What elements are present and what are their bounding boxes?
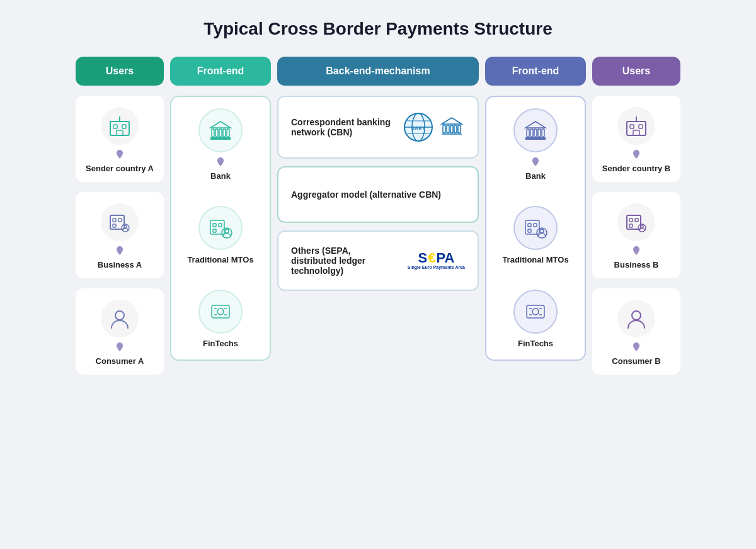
consumer-b-label: Consumer B <box>612 356 660 366</box>
bank-right-label: Bank <box>525 171 546 181</box>
svg-rect-39 <box>443 125 445 133</box>
svg-rect-7 <box>113 218 116 222</box>
svg-rect-75 <box>629 224 633 227</box>
col-backend: Back-end-mechanism Correspondent banking… <box>277 57 479 298</box>
svg-rect-74 <box>635 218 638 222</box>
svg-marker-45 <box>442 118 462 124</box>
col-frontend-left: Front-end <box>170 57 271 361</box>
consumer-a-icon-wrap <box>101 300 139 337</box>
sepa-logo: S € PA Single Euro Payments Area <box>408 251 465 270</box>
sender-country-b: Sender country B <box>592 96 680 182</box>
bank-icon-right <box>522 116 549 144</box>
svg-point-61 <box>532 308 539 315</box>
mto-icon-circle-left <box>198 206 243 250</box>
svg-rect-43 <box>458 125 461 133</box>
svg-rect-46 <box>527 129 529 137</box>
svg-rect-8 <box>118 218 122 222</box>
frontend-bank-right: Bank <box>495 108 576 181</box>
svg-point-12 <box>115 311 124 320</box>
page-title: Typical Cross Border Payments Structure <box>13 19 743 39</box>
users-left-header: Users <box>76 57 164 86</box>
fintech-icon-circle-left <box>198 290 243 334</box>
svg-rect-24 <box>213 229 216 232</box>
frontend-left-header: Front-end <box>170 57 271 86</box>
pin-business-a <box>116 246 123 255</box>
pin-consumer-a <box>116 342 123 351</box>
users-right-header: Users <box>592 57 680 86</box>
fintech-left-label: FinTechs <box>203 339 238 348</box>
mto-icon-circle-right <box>513 206 558 250</box>
col-users-left: Users Sender country A <box>76 57 164 385</box>
pin-consumer-b <box>633 342 640 351</box>
svg-point-28 <box>217 308 224 315</box>
svg-rect-2 <box>122 125 126 128</box>
svg-point-26 <box>225 229 229 233</box>
svg-rect-27 <box>212 305 229 318</box>
frontend-right-header: Front-end <box>485 57 586 86</box>
sender-country-a-label: Sender country A <box>86 164 154 173</box>
frontend-fintech-left: FinTechs <box>180 290 261 348</box>
person-b-icon <box>624 307 648 331</box>
backend-aggregator: Aggregator model (alternative CBN) <box>277 166 479 223</box>
consumer-b-icon-wrap <box>617 300 655 337</box>
svg-rect-47 <box>530 129 533 137</box>
svg-rect-23 <box>219 224 222 227</box>
business-a-label: Business A <box>98 260 142 269</box>
business-a: Business A <box>76 192 164 278</box>
sepa-label: Others (SEPA, distributed ledger technol… <box>291 246 399 276</box>
business-b-icon <box>624 210 648 234</box>
svg-rect-60 <box>527 305 544 318</box>
svg-rect-40 <box>447 125 449 133</box>
mto-icon-right <box>522 214 549 242</box>
col-frontend-right: Front-end <box>485 57 586 361</box>
svg-rect-73 <box>629 218 633 222</box>
business-a-icon-wrap <box>101 203 139 241</box>
svg-text:SWIFT: SWIFT <box>411 126 425 130</box>
person-icon <box>108 307 132 331</box>
pin-sender-b <box>633 150 640 159</box>
frontend-bank-left: Bank <box>180 108 261 181</box>
mto-icon-left <box>207 214 234 242</box>
bank-icon-circle-left <box>198 108 243 152</box>
svg-rect-1 <box>113 125 117 128</box>
cbn-label: Correspondent banking network (CBN) <box>291 117 393 137</box>
consumer-b: Consumer B <box>592 288 680 375</box>
fintech-icon-circle-right <box>513 290 558 334</box>
pin-sender-a <box>116 150 123 159</box>
svg-rect-13 <box>212 129 214 137</box>
svg-point-78 <box>632 311 641 320</box>
backend-sepa: Others (SEPA, distributed ledger technol… <box>277 230 479 291</box>
svg-rect-69 <box>633 130 639 135</box>
sender-country-b-label: Sender country B <box>602 164 670 173</box>
consumer-a: Consumer A <box>76 288 164 375</box>
frontend-right-container: Bank Tradi <box>485 96 586 361</box>
page: Typical Cross Border Payments Structure … <box>0 0 756 549</box>
backend-header: Back-end-mechanism <box>277 57 479 86</box>
main-layout: Users Sender country A <box>13 57 743 385</box>
fintech-right-label: FinTechs <box>518 339 553 348</box>
svg-rect-68 <box>639 125 643 128</box>
cbn-icons: SWIFT <box>402 111 465 144</box>
aggregator-label: Aggregator model (alternative CBN) <box>291 190 465 200</box>
mto-left-label: Traditional MTOs <box>187 255 253 264</box>
svg-rect-15 <box>219 129 222 137</box>
fintech-icon-right <box>522 298 549 325</box>
mto-right-label: Traditional MTOs <box>502 255 568 264</box>
backend-cbn: Correspondent banking network (CBN) SWIF… <box>277 96 479 159</box>
frontend-left-container: Bank Tradi <box>170 96 271 361</box>
svg-point-59 <box>540 229 544 233</box>
svg-rect-22 <box>213 224 216 227</box>
svg-rect-57 <box>528 229 531 232</box>
business-b: Business B <box>592 192 680 278</box>
svg-rect-49 <box>538 129 541 137</box>
business-icon <box>108 210 132 234</box>
svg-marker-53 <box>525 122 546 128</box>
svg-rect-48 <box>534 129 537 137</box>
svg-rect-55 <box>528 224 531 227</box>
business-b-label: Business B <box>614 260 659 269</box>
frontend-mto-right: Traditional MTOs <box>495 206 576 264</box>
svg-marker-20 <box>210 122 231 128</box>
svg-rect-56 <box>534 224 537 227</box>
svg-rect-42 <box>454 125 457 133</box>
pin-business-b <box>633 246 640 255</box>
